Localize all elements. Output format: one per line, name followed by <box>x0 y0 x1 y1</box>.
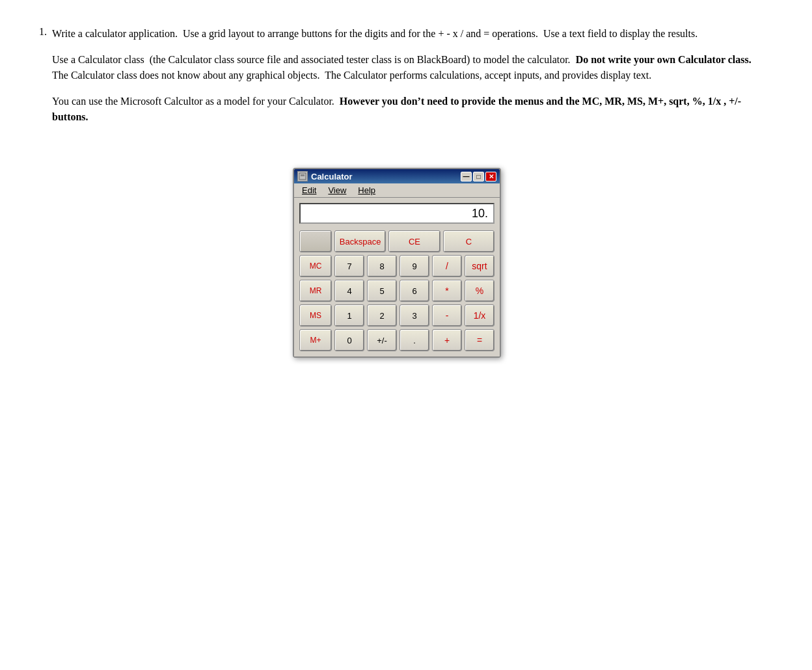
menu-view[interactable]: View <box>325 185 349 196</box>
onex-button[interactable]: 1/x <box>465 304 494 327</box>
percent-button[interactable]: % <box>465 280 494 302</box>
ms-button[interactable]: MS <box>299 304 332 327</box>
title-bar: Calculator — □ ✕ <box>294 169 500 183</box>
five-button[interactable]: 5 <box>367 280 397 302</box>
mr-button[interactable]: MR <box>299 280 332 302</box>
dot-button[interactable]: . <box>399 329 429 351</box>
backspace-button[interactable]: Backspace <box>334 230 386 252</box>
multiply-button[interactable]: * <box>432 280 462 302</box>
title-bar-buttons: — □ ✕ <box>461 172 496 181</box>
divide-button[interactable]: / <box>432 255 462 277</box>
plusminus-button[interactable]: +/- <box>367 329 397 351</box>
menu-help[interactable]: Help <box>355 185 378 196</box>
mc-button[interactable]: MC <box>299 255 332 277</box>
nine-button[interactable]: 9 <box>399 255 429 277</box>
equals-button[interactable]: = <box>465 329 494 351</box>
sqrt-button[interactable]: sqrt <box>465 255 494 277</box>
app-icon <box>297 171 308 181</box>
close-button[interactable]: ✕ <box>485 172 496 181</box>
c-button[interactable]: C <box>443 230 494 252</box>
paragraph-2: Use a Calculator class (the Calculator c… <box>52 52 755 83</box>
paragraph-3: You can use the Microsoft Calcultor as a… <box>52 94 755 125</box>
numbered-item-1: 1. Write a calculator application. Use a… <box>39 26 755 148</box>
seven-button[interactable]: 7 <box>334 255 364 277</box>
calculator-wrapper: Calculator — □ ✕ Edit View Help 10. <box>39 168 755 358</box>
two-button[interactable]: 2 <box>367 304 397 327</box>
calc-body: 10. Backspace CE C MC 7 8 9 / sqrt <box>294 198 500 356</box>
plus-button[interactable]: + <box>432 329 462 351</box>
minimize-button[interactable]: — <box>461 172 472 181</box>
calculator-window: Calculator — □ ✕ Edit View Help 10. <box>293 168 501 358</box>
maximize-button[interactable]: □ <box>473 172 484 181</box>
title-bar-left: Calculator <box>297 171 353 181</box>
menu-bar: Edit View Help <box>294 183 500 198</box>
menu-edit[interactable]: Edit <box>299 185 319 196</box>
minus-button[interactable]: - <box>432 304 462 327</box>
six-button[interactable]: 6 <box>399 280 429 302</box>
svg-rect-1 <box>301 174 304 176</box>
backspace-row: Backspace CE C <box>299 230 494 252</box>
empty-slot <box>299 230 332 252</box>
zero-button[interactable]: 0 <box>334 329 364 351</box>
display-field[interactable]: 10. <box>299 203 494 224</box>
paragraph-1: Write a calculator application. Use a gr… <box>52 26 755 42</box>
four-button[interactable]: 4 <box>334 280 364 302</box>
mplus-button[interactable]: M+ <box>299 329 332 351</box>
item-number: 1. <box>39 26 47 148</box>
eight-button[interactable]: 8 <box>367 255 397 277</box>
main-buttons: MC 7 8 9 / sqrt MR 4 5 6 * % MS 1 2 <box>299 255 494 351</box>
ce-button[interactable]: CE <box>388 230 440 252</box>
page-content: 1. Write a calculator application. Use a… <box>39 26 755 358</box>
item-text: Write a calculator application. Use a gr… <box>52 26 755 135</box>
one-button[interactable]: 1 <box>334 304 364 327</box>
three-button[interactable]: 3 <box>399 304 429 327</box>
window-title: Calculator <box>311 172 353 181</box>
